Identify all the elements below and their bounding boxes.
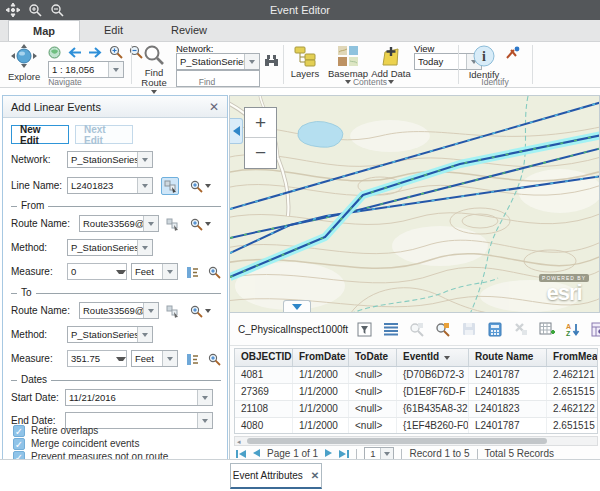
dropdown-button[interactable] [137, 327, 152, 342]
identify-button[interactable]: i Identify [467, 44, 501, 80]
column-header[interactable]: FromMeasure [547, 349, 598, 366]
select-features-icon [166, 305, 179, 318]
line-name-combobox[interactable]: L2401823 [67, 177, 153, 194]
previous-extent-icon[interactable] [67, 47, 82, 58]
find-route-icon [142, 44, 166, 66]
table-cell: L2401787 [469, 418, 547, 434]
to-route-name-label: Route Name: [11, 305, 70, 316]
column-header[interactable]: FromDate [293, 349, 349, 366]
scroll-left-icon[interactable]: ◂ [237, 438, 241, 446]
network-combobox[interactable]: P_StationSeries [176, 53, 260, 70]
dropdown-button[interactable] [162, 351, 177, 366]
field-calculator-icon[interactable] [486, 321, 503, 338]
to-route-name-combobox[interactable]: Route33569@Cent [79, 302, 159, 319]
map-view[interactable]: + − POWERED BY esri [229, 95, 600, 313]
map-zoom-out-button[interactable]: − [245, 138, 276, 168]
ribbon: Explore 1 : 18,056 Navigate FindRoute [0, 42, 600, 88]
from-method-combobox[interactable]: P_StationSeries [67, 239, 153, 256]
last-page-button[interactable] [339, 450, 349, 458]
binoculars-icon[interactable] [264, 54, 279, 67]
column-header[interactable]: Route Name [469, 349, 547, 366]
zoom-to-from-route-button[interactable] [187, 215, 213, 233]
column-header[interactable]: ToDate [349, 349, 397, 366]
dropdown-button[interactable] [137, 152, 152, 167]
dropdown-button[interactable] [137, 240, 152, 255]
select-line-on-map-button[interactable] [161, 177, 179, 195]
tab-event-attributes[interactable]: Event Attributes ✕ [230, 463, 322, 489]
dropdown-button[interactable] [197, 413, 212, 428]
zoom-to-to-route-button[interactable] [187, 302, 213, 320]
next-extent-icon[interactable] [88, 47, 103, 58]
sort-icon[interactable]: AZ [564, 321, 581, 338]
close-icon[interactable]: ✕ [209, 100, 219, 114]
tab-map[interactable]: Map [8, 20, 80, 41]
start-date-combobox[interactable]: 11/21/2016 [65, 389, 213, 406]
zoom-to-to-measure-button[interactable] [205, 350, 223, 368]
new-edit-button[interactable]: New Edit [11, 125, 69, 144]
select-records-icon[interactable] [356, 321, 373, 338]
to-measure-combobox[interactable]: 351.75 [67, 350, 127, 367]
to-method-combobox[interactable]: P_StationSeries [67, 326, 153, 343]
previous-page-button[interactable] [253, 448, 260, 459]
zoom-icon [190, 218, 203, 231]
column-header[interactable]: OBJECTID [235, 349, 293, 366]
select-from-route-button[interactable] [163, 215, 181, 233]
panel-network-combobox[interactable]: P_StationSeries [67, 151, 153, 168]
chevron-down-icon [384, 452, 390, 456]
from-measure-label: Measure: [11, 266, 53, 277]
add-record-icon[interactable] [538, 321, 555, 338]
table-row[interactable]: 40801/1/2000<null>{1EF4B260-F0L24017872.… [235, 418, 598, 434]
zoom-to-selected-icon[interactable] [408, 321, 425, 338]
next-edit-button[interactable]: Next Edit [75, 125, 133, 144]
horizontal-scrollbar[interactable]: ◂ [234, 436, 598, 446]
dropdown-button[interactable] [143, 216, 158, 231]
attributes-window-icon[interactable] [590, 321, 600, 338]
from-measure-picker-button[interactable] [183, 263, 201, 281]
scrollbar-thumb[interactable] [247, 438, 547, 444]
dropdown-button[interactable] [162, 264, 177, 279]
collapse-panel-button[interactable] [230, 118, 243, 144]
map-zoom-in-button[interactable]: + [245, 108, 276, 138]
to-measure-picker-button[interactable] [183, 350, 201, 368]
fixed-zoom-in-icon[interactable] [109, 45, 123, 59]
tab-edit[interactable]: Edit [80, 20, 147, 41]
identify-route-icon[interactable] [505, 46, 521, 60]
scale-combobox[interactable]: 1 : 18,056 [48, 61, 124, 78]
layers-button[interactable]: Layers [288, 45, 322, 79]
dropdown-button[interactable] [137, 178, 152, 193]
zoom-to-line-button[interactable] [187, 177, 213, 195]
save-icon[interactable] [460, 321, 477, 338]
table-row[interactable]: 40811/1/2000<null>{D70B6D72-3L24017872.4… [235, 367, 598, 384]
pan-to-selected-icon[interactable] [434, 321, 451, 338]
retire-overlaps-checkbox[interactable] [13, 425, 25, 437]
contents-group-label: Contents [284, 77, 456, 87]
close-tab-icon[interactable]: ✕ [311, 470, 319, 481]
from-route-name-combobox[interactable]: Route33569@Cent [79, 215, 159, 232]
column-header[interactable]: EventId [397, 349, 469, 366]
table-cell: {61B435A8-32 [397, 401, 469, 417]
merge-coincident-checkbox[interactable] [13, 438, 25, 450]
table-row[interactable]: 211081/1/2000<null>{61B435A8-32L24018232… [235, 401, 598, 418]
from-unit-combobox[interactable]: Feet [131, 263, 178, 280]
full-extent-icon[interactable] [48, 46, 61, 59]
dropdown-button[interactable] [380, 448, 393, 460]
first-page-button[interactable] [236, 450, 246, 458]
scale-dropdown-button[interactable] [108, 62, 123, 77]
next-page-button[interactable] [325, 448, 332, 459]
dropdown-button[interactable] [143, 303, 158, 318]
network-dropdown-button[interactable] [244, 54, 259, 69]
table-cell: 1/1/2000 [293, 367, 349, 383]
zoom-to-from-measure-button[interactable] [205, 263, 223, 281]
tab-review[interactable]: Review [147, 20, 231, 41]
table-row[interactable]: 273691/1/2000<null>{D1E8F76D-FL24018352.… [235, 384, 598, 401]
event-table-panel: C_PhysicalInspect1000ft AZ OBJECTIDFromD… [229, 313, 600, 459]
collapse-table-button[interactable] [283, 300, 311, 312]
from-section-separator: From [11, 200, 221, 212]
select-to-route-button[interactable] [163, 302, 181, 320]
delete-record-icon[interactable] [512, 321, 529, 338]
show-selected-records-icon[interactable] [382, 321, 399, 338]
from-measure-combobox[interactable]: 0 [67, 263, 127, 280]
line-name-field-label: Line Name: [11, 180, 62, 191]
dropdown-button[interactable] [197, 390, 212, 405]
to-unit-combobox[interactable]: Feet [131, 350, 178, 367]
